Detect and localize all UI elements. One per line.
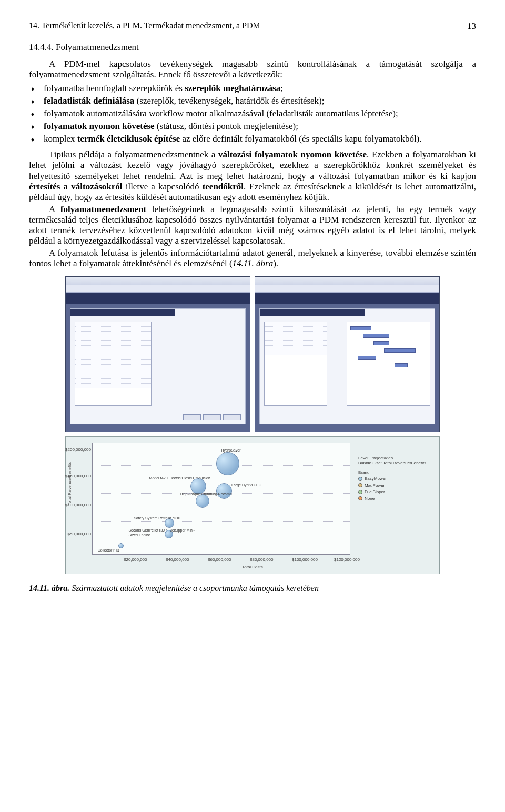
intro-paragraph: A PDM-mel kapcsolatos tevékenységek maga… <box>29 59 476 80</box>
legend-line: Bubble Size: Total Revenue/Benefits <box>358 460 432 465</box>
legend-line: Level: Project/Idea <box>358 456 432 460</box>
menubar <box>255 285 439 293</box>
chart-legend: Level: Project/Idea Bubble Size: Total R… <box>358 456 432 501</box>
legend-item: FuelSipper <box>358 489 432 494</box>
bubble-label: HydroSaver <box>221 448 241 453</box>
running-title: 14. Termékéletút kezelés, a PLM. Terméka… <box>29 21 260 32</box>
legend-item: None <box>358 496 432 501</box>
list-item: folyamatok nyomon követése (státusz, dön… <box>29 121 476 132</box>
x-tick: $100,000,000 <box>292 557 318 562</box>
navtab <box>70 309 175 316</box>
list-item: feladatlisták definiálása (szereplők, te… <box>29 96 476 106</box>
navtab <box>260 309 365 316</box>
panel-inner <box>70 308 246 424</box>
x-tick: $60,000,000 <box>208 557 231 562</box>
bubble <box>216 483 232 499</box>
menubar <box>66 285 250 293</box>
plot-area: HydroSaver Model r420 Electric/Diesel Pr… <box>92 443 350 555</box>
x-tick: $20,000,000 <box>124 557 147 562</box>
x-tick: $40,000,000 <box>166 557 189 562</box>
panel-inner <box>259 308 435 424</box>
bubble-label: Collector rH3 <box>98 548 119 553</box>
body-paragraph: Tipikus példája a folyamatmenedzsmentnek… <box>29 149 476 202</box>
bullet-list: folyamatba bennfoglalt szerepkörök és sz… <box>29 83 476 144</box>
bubble <box>118 543 124 548</box>
section-heading: 14.4.4. Folyamatmenedzsment <box>29 42 476 53</box>
banner <box>255 293 439 304</box>
list-item: folyamatba bennfoglalt szerepkörök és sz… <box>29 83 476 94</box>
y-tick: $200,000,000 <box>59 447 91 452</box>
legend-item: EasyMower <box>358 476 432 481</box>
y-tick: $150,000,000 <box>59 474 91 478</box>
bubble-hydrosaver <box>216 452 239 475</box>
y-tick: $50,000,000 <box>59 532 91 536</box>
legend-subtitle: Brand <box>358 470 432 475</box>
caption-label: 14.11. ábra. <box>29 584 69 593</box>
y-tick: $100,000,000 <box>59 503 91 507</box>
action-buttons <box>183 414 241 420</box>
titlebar <box>255 277 439 285</box>
x-tick: $80,000,000 <box>250 557 274 562</box>
titlebar <box>66 277 250 285</box>
banner <box>66 293 250 304</box>
bubble-chart: Total Revenue/Benefits HydroSaver Model … <box>65 436 440 574</box>
list-item: komplex termék életciklusok építése az e… <box>29 134 476 144</box>
figure-top-row <box>65 276 440 432</box>
app-window-schedule <box>65 276 250 432</box>
bubble-label: Model r420 Electric/Diesel Propulsion <box>149 476 210 480</box>
caption-text: Származtatott adatok megjelenítése a cso… <box>69 584 319 593</box>
page-header: 14. Termékéletút kezelés, a PLM. Terméka… <box>29 21 476 32</box>
figure-caption: 14.11. ábra. Származtatott adatok megjel… <box>29 584 476 594</box>
y-axis-label: Total Revenue/Benefits <box>67 462 72 505</box>
legend-item: MadPower <box>358 483 432 488</box>
task-list <box>75 322 152 406</box>
body-paragraph: A folyamatmenedzsment lehetőségeinek a l… <box>29 204 476 246</box>
bubble-label: Safety System Refresh rD10 <box>134 516 180 520</box>
figure-14-11: Total Revenue/Benefits HydroSaver Model … <box>29 276 476 574</box>
body-paragraph: A folyamatok lefutása is jelentős inform… <box>29 248 476 269</box>
gantt-chart <box>347 322 430 406</box>
bubble-label: Large Hybrid CEO <box>231 483 261 487</box>
x-axis-label: Total Costs <box>242 565 263 569</box>
bubble-label: Second GenPellet r30 / FuelSipper Mini-S… <box>128 528 202 537</box>
page-number: 13 <box>467 21 476 32</box>
task-list <box>264 322 327 406</box>
bubble-label: High-Torque Crumbing Revamp <box>180 492 231 496</box>
app-window-gantt <box>255 276 440 432</box>
x-tick: $120,000,000 <box>334 557 360 562</box>
list-item: folyamatok automatizálására workflow mot… <box>29 108 476 119</box>
